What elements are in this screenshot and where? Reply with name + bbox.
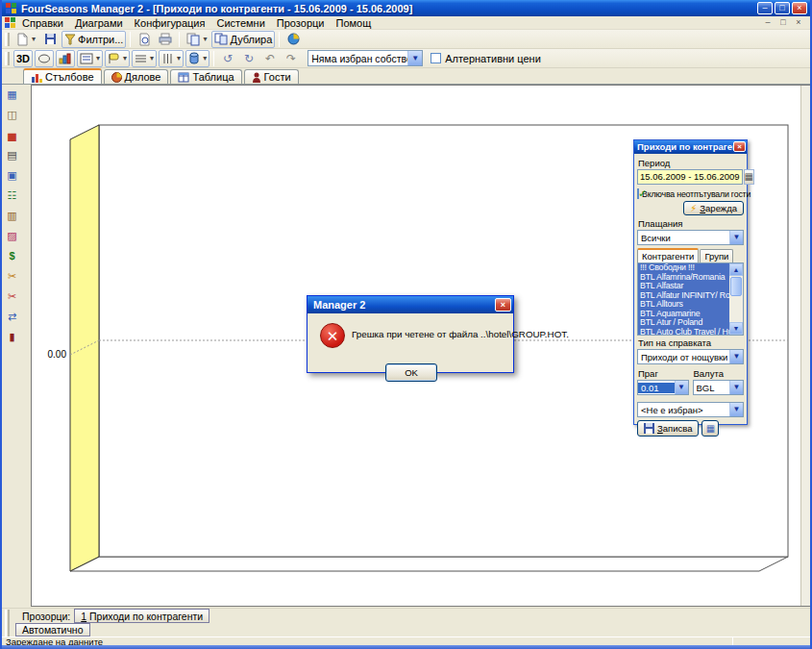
list-item[interactable]: BTL Atur / Poland [638,318,729,328]
depth-button[interactable]: ▾ [185,50,209,67]
period-field[interactable]: 15.06.2009 - 15.06.2009 [637,169,743,185]
mdi-child-icon[interactable] [5,17,16,29]
redo-rotation-button[interactable]: ↷ [282,50,301,67]
menu-reports[interactable]: Справки [16,16,69,30]
tab-pie[interactable]: Дялове [104,69,169,84]
close-button[interactable]: × [792,2,807,14]
guests-icon[interactable]: ☷ [4,187,20,204]
undo-rotation-button[interactable]: ↶ [260,50,280,67]
list-item[interactable]: BTL Auto Club Travel / Hunga [638,328,729,337]
print-button[interactable] [156,31,175,48]
dialog-close-button[interactable]: × [495,298,511,312]
horizontal-grid-button[interactable]: ▾ [132,50,157,67]
marks-button[interactable]: ▾ [105,50,130,67]
print-preview-button[interactable] [135,31,154,48]
load-button[interactable]: ⚡ Зарежда [683,201,744,215]
mdi-minimize-button[interactable]: – [762,16,774,29]
chevron-down-icon[interactable]: ▼ [729,231,743,244]
alternative-prices-checkbox[interactable] [431,53,441,63]
save-button[interactable] [40,31,60,48]
list-item[interactable]: BTL Alfatur INFINITY/ Romani [638,291,729,301]
open-window-button[interactable]: 1 Приходи по контрагенти [74,609,209,623]
toggle-3d-button[interactable]: 3D [13,50,33,67]
tab-bars[interactable]: Стълбове [23,68,102,84]
list-item[interactable]: !!! Свободни !!! [638,263,729,273]
dialog-title-bar[interactable]: Manager 2 × [308,296,513,313]
copy-button[interactable]: ▾ [184,31,209,48]
toolbar-grip[interactable] [5,610,10,623]
transfer-icon[interactable]: ⇄ [4,309,20,325]
owner-combobox[interactable]: Няма избран собственици ▼ [308,50,423,66]
tab-table[interactable]: Таблица [170,69,241,84]
copy-icon[interactable]: ▣ [4,167,20,184]
mdi-close-button[interactable]: × [793,16,804,29]
chevron-down-icon[interactable]: ▼ [729,381,743,394]
scrollbar-track[interactable] [729,297,743,322]
filters-button[interactable]: Филтри... [62,31,126,48]
tab-groups[interactable]: Групи [700,249,733,262]
chevron-down-icon[interactable]: ▼ [675,381,688,394]
scroll-up-icon[interactable]: ▲ [729,263,743,276]
dollar-icon[interactable]: $ [4,248,20,264]
threshold-combobox[interactable]: 0.01 ▼ [637,380,689,395]
list-scrollbar[interactable]: ▲ ▼ [729,263,743,335]
menu-windows[interactable]: Прозорци [271,16,331,30]
ellipse-tool-button[interactable] [35,50,54,67]
export-icon[interactable]: ◫ [4,107,20,123]
menu-diagrams[interactable]: Диаграми [69,16,129,30]
rotate-right-button[interactable]: ↻ [239,50,258,67]
toolbar-grip[interactable] [5,623,10,637]
tab-guests[interactable]: Гости [244,69,299,84]
list-item[interactable]: BTL Alltours [638,300,729,310]
building-icon[interactable]: ▨ [4,228,20,244]
currency-combobox[interactable]: BGL ▼ [693,380,745,395]
panel-close-button[interactable]: × [733,141,746,152]
include-guests-checkbox[interactable] [637,188,639,199]
tab-contractors[interactable]: Контрагенти [637,248,699,262]
list-item[interactable]: BTL Alfamrina/Romania [638,273,729,283]
calendar-button[interactable]: ▦ [744,169,754,185]
cut-discount-icon[interactable]: ✂ [4,268,20,285]
new-report-button[interactable]: ▾ [13,31,38,48]
chevron-down-icon[interactable]: ▼ [407,51,422,65]
save-report-button[interactable]: Записва [637,420,699,437]
duplicate-button[interactable]: Дублира [211,31,275,48]
rotate-left-button[interactable]: ↺ [218,50,237,67]
canvas-scrollbar[interactable] [800,86,811,606]
vertical-grid-button[interactable]: ▾ [159,50,184,67]
calculator-icon[interactable]: ▤ [4,147,20,163]
report-type-combobox[interactable]: Приходи от нощувки ▼ [637,349,744,364]
toolbar-grip[interactable] [5,33,10,46]
menu-configuration[interactable]: Конфигурация [129,16,211,30]
scroll-down-icon[interactable]: ▼ [729,322,743,335]
automatic-button[interactable]: Автоматично [15,623,90,637]
contractor-list[interactable]: !!! Свободни !!! BTL Alfamrina/Romania B… [637,262,744,336]
minimize-button[interactable]: – [757,2,773,14]
payments-combobox[interactable]: Всички ▼ [637,230,744,245]
threshold-currency-row: 0.01 ▼ BGL ▼ [637,380,744,397]
list-item[interactable]: BTL Alfastar [638,282,729,291]
chevron-down-icon[interactable]: ▼ [729,403,743,416]
cut-discount2-icon[interactable]: ✂ [4,288,20,305]
list-item[interactable]: BTL Aquamarine [638,310,729,319]
chart-icon[interactable]: ▅ [4,127,20,143]
toolbar-grip[interactable] [5,52,10,65]
chevron-down-icon[interactable]: ▼ [729,350,743,363]
mdi-restore-button[interactable]: □ [777,16,789,29]
panel-title-bar[interactable]: Приходи по контрагенти × [634,140,747,154]
cards-icon[interactable]: ▦ [4,87,20,103]
scrollbar-thumb[interactable] [730,277,742,296]
ok-button[interactable]: OK [385,363,437,382]
mini-chart-button[interactable] [56,50,75,67]
filter-funnel-icon [64,34,76,45]
restore-button[interactable]: □ [775,2,790,14]
menu-help[interactable]: Помощ [330,16,377,30]
menu-system[interactable]: Системни [210,16,270,30]
grid-options-button[interactable]: ▦ [701,420,719,437]
stats-icon[interactable]: ▮ [4,329,20,345]
payments-combobox-value: Всички [638,233,729,243]
folder-icon[interactable]: ▥ [4,208,20,224]
chart-view-button[interactable] [283,31,303,48]
template-combobox[interactable]: <Не е избран> ▼ [637,402,744,417]
legend-button[interactable]: ▾ [77,50,103,67]
